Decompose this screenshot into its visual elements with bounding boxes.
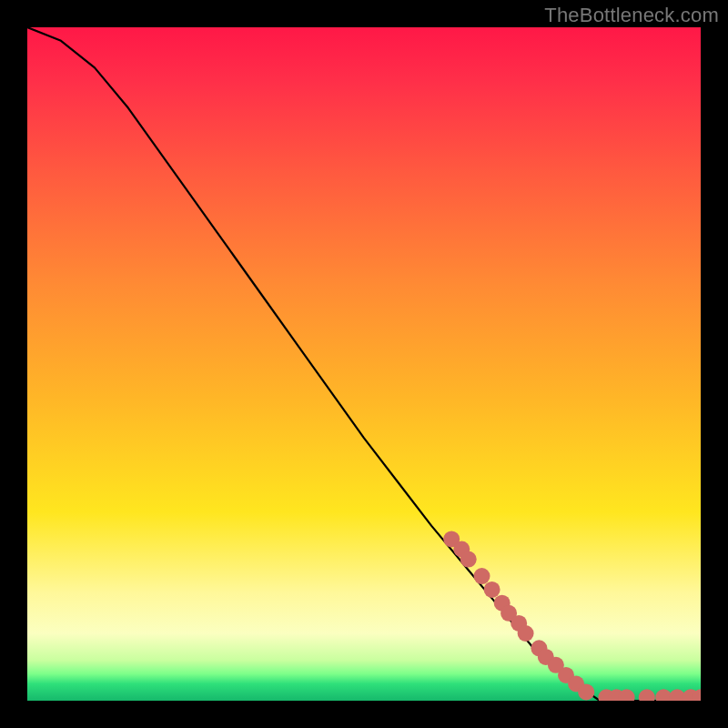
chart-marker	[518, 625, 534, 642]
chart-markers	[443, 531, 701, 701]
plot-area	[27, 27, 701, 701]
chart-marker	[578, 683, 594, 700]
chart-marker	[460, 551, 477, 568]
plot-overlay-svg	[27, 27, 701, 701]
chart-marker	[484, 581, 500, 598]
chart-curve	[27, 27, 701, 701]
chart-marker	[474, 568, 490, 584]
watermark-text: TheBottleneck.com	[544, 4, 719, 27]
chart-frame: TheBottleneck.com	[0, 0, 728, 728]
chart-marker	[639, 689, 655, 701]
